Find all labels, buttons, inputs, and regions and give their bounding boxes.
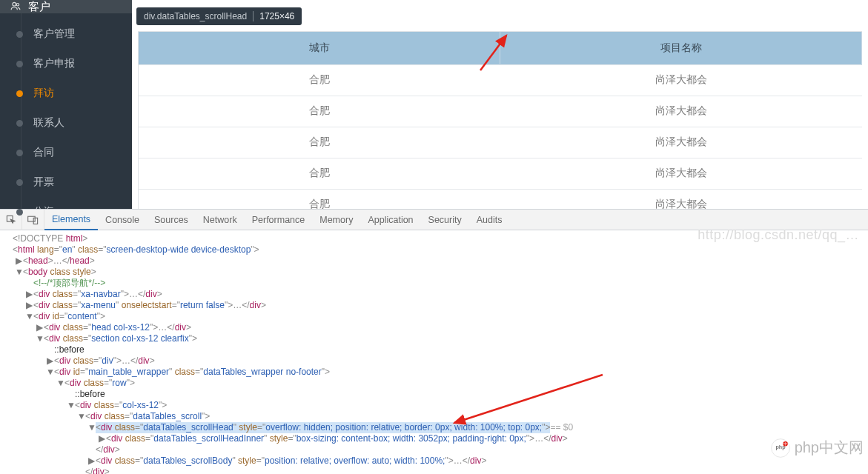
sidebar-item-1[interactable]: 客户申报 — [0, 49, 132, 79]
disclosure-triangle-icon[interactable]: ▼ — [77, 411, 85, 422]
devtools-tab-application[interactable]: Application — [360, 210, 420, 230]
dot-icon — [16, 120, 23, 127]
sidebar-item-label: 客户申报 — [33, 57, 75, 70]
devtools-tab-security[interactable]: Security — [421, 210, 469, 230]
svg-point-0 — [13, 2, 16, 6]
svg-rect-4 — [28, 216, 36, 221]
devtools-tab-elements[interactable]: Elements — [44, 210, 98, 230]
disclosure-triangle-icon[interactable]: ▼ — [25, 311, 33, 322]
dom-line[interactable]: ▶<div class="dataTables_scrollHeadInner"… — [4, 433, 868, 444]
dom-line[interactable]: ▼<div class="dataTables_scroll"> — [4, 411, 868, 422]
table-row[interactable]: 合肥尚泽大都会 — [139, 158, 862, 189]
sidebar-item-4[interactable]: 合同 — [0, 138, 132, 167]
dom-line[interactable]: ::before — [4, 344, 868, 356]
dom-line[interactable]: ▼<div class="dataTables_scrollHead" styl… — [4, 422, 868, 433]
disclosure-triangle-icon[interactable]: ▼ — [87, 422, 95, 433]
sidebar-item-label: 拜访 — [33, 87, 54, 100]
table-cell: 合肥 — [139, 96, 500, 127]
main-content: div.dataTables_scrollHead 1725×46 城市项目名称… — [132, 0, 868, 209]
disclosure-triangle-icon[interactable]: ▶ — [15, 256, 22, 267]
dom-line[interactable]: ▶<div class="xa-navbar">…</div> — [4, 289, 868, 300]
dom-line[interactable]: ▶<div class="dataTables_scrollBody" styl… — [4, 455, 868, 467]
sidebar-group-header[interactable]: 客户 — [0, 0, 132, 13]
inspector-tooltip: div.dataTables_scrollHead 1725×46 — [136, 7, 302, 25]
dom-line[interactable]: ::before — [4, 389, 868, 400]
sidebar: 客户 客户管理客户申报拜访联系人合同开票公海 — [0, 0, 132, 209]
sidebar-item-label: 联系人 — [33, 116, 64, 130]
dom-line[interactable]: <!--/*顶部导航*/--> — [4, 278, 868, 289]
dot-icon — [16, 90, 23, 97]
table-row[interactable]: 合肥尚泽大都会 — [139, 127, 862, 158]
svg-text:中: 中 — [783, 441, 787, 446]
sidebar-item-5[interactable]: 开票 — [0, 167, 132, 197]
disclosure-triangle-icon[interactable]: ▶ — [46, 356, 53, 367]
disclosure-triangle-icon[interactable]: ▶ — [25, 300, 33, 311]
sidebar-item-label: 合同 — [33, 146, 54, 159]
disclosure-triangle-icon[interactable]: ▶ — [36, 322, 43, 333]
devtools-tab-sources[interactable]: Sources — [147, 210, 196, 230]
dom-line[interactable]: ▼<div class="row"> — [4, 378, 868, 389]
users-icon — [10, 1, 21, 13]
data-table: 城市项目名称 合肥尚泽大都会合肥尚泽大都会合肥尚泽大都会合肥尚泽大都会合肥尚泽大… — [138, 31, 862, 221]
dom-line[interactable]: ▶<div class="head col-xs-12">…</div> — [4, 322, 868, 333]
dot-icon — [16, 31, 23, 38]
devtools-tab-network[interactable]: Network — [196, 210, 245, 230]
table-cell: 尚泽大都会 — [500, 127, 862, 158]
disclosure-triangle-icon[interactable]: ▼ — [36, 333, 43, 344]
disclosure-triangle-icon[interactable]: ▼ — [46, 367, 53, 378]
dom-line[interactable]: ▶<head>…</head> — [4, 256, 868, 267]
disclosure-triangle-icon[interactable]: ▼ — [56, 378, 64, 389]
dom-line[interactable]: ▼<body class style> — [4, 267, 868, 278]
disclosure-triangle-icon[interactable]: ▼ — [15, 267, 22, 278]
dom-tree[interactable]: <!DOCTYPE html> <html lang="en" class="s… — [0, 230, 868, 474]
table-row[interactable]: 合肥尚泽大都会 — [139, 64, 862, 96]
table-header[interactable]: 项目名称 — [500, 32, 862, 64]
table-cell: 合肥 — [139, 64, 500, 96]
dom-line[interactable]: ▼<div id="main_table_wrapper" class="dat… — [4, 367, 868, 378]
disclosure-triangle-icon[interactable]: ▼ — [67, 400, 74, 411]
table-cell: 尚泽大都会 — [500, 158, 862, 189]
devtools-tab-memory[interactable]: Memory — [312, 210, 360, 230]
table-cell: 合肥 — [139, 127, 500, 158]
sidebar-item-label: 客户管理 — [33, 27, 75, 41]
dom-line[interactable]: <html lang="en" class="screen-desktop-wi… — [4, 244, 868, 256]
sidebar-item-0[interactable]: 客户管理 — [0, 19, 132, 49]
inspector-tooltip-size: 1725×46 — [259, 11, 294, 21]
dom-line[interactable]: </div> — [4, 444, 868, 455]
dom-line[interactable]: </div> — [4, 467, 868, 474]
watermark-url: http://blog.csdn.net/qq_… — [698, 227, 859, 243]
devtools-tab-console[interactable]: Console — [98, 210, 147, 230]
table-row[interactable]: 合肥尚泽大都会 — [139, 96, 862, 127]
svg-rect-5 — [33, 218, 37, 224]
disclosure-triangle-icon[interactable]: ▶ — [98, 433, 105, 444]
table-cell: 合肥 — [139, 158, 500, 189]
dot-icon — [16, 150, 23, 156]
svg-point-1 — [16, 3, 19, 6]
table-cell: 尚泽大都会 — [500, 64, 862, 96]
sidebar-group-label: 客户 — [28, 0, 50, 14]
dot-icon — [16, 179, 23, 186]
devtools-tab-audits[interactable]: Audits — [469, 210, 510, 230]
dom-line[interactable]: ▶<div class="div">…</div> — [4, 356, 868, 367]
watermark-brand: php中 php中文网 — [771, 438, 864, 458]
php-logo-icon: php中 — [771, 438, 790, 458]
sidebar-item-3[interactable]: 联系人 — [0, 108, 132, 138]
disclosure-triangle-icon[interactable]: ▶ — [87, 455, 95, 467]
dot-icon — [16, 61, 23, 67]
sidebar-item-label: 开票 — [33, 176, 54, 189]
table-cell: 尚泽大都会 — [500, 96, 862, 127]
devtools-panel: ElementsConsoleSourcesNetworkPerformance… — [0, 209, 868, 474]
devtools-tab-performance[interactable]: Performance — [245, 210, 313, 230]
inspector-tooltip-selector: div.dataTables_scrollHead — [144, 11, 247, 21]
dom-line[interactable]: ▼<div class="section col-xs-12 clearfix"… — [4, 333, 868, 344]
table-header[interactable]: 城市 — [139, 32, 500, 64]
device-toolbar-icon[interactable] — [22, 210, 44, 230]
sidebar-item-2[interactable]: 拜访 — [0, 79, 132, 108]
dom-line[interactable]: ▼<div id="content"> — [4, 311, 868, 322]
disclosure-triangle-icon[interactable]: ▶ — [25, 289, 33, 300]
dot-icon — [16, 209, 23, 216]
dom-line[interactable]: ▼<div class="col-xs-12"> — [4, 400, 868, 411]
dom-line[interactable]: ▶<div class="xa-menu" onselectstart="ret… — [4, 300, 868, 311]
